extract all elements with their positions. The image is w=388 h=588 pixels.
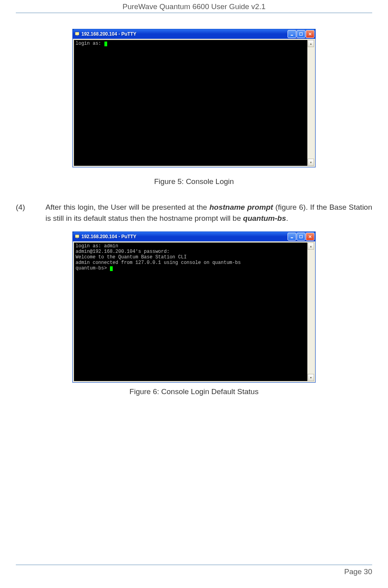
page-header: PureWave Quantum 6600 User Guide v2.1 bbox=[16, 0, 372, 13]
step-text: . bbox=[286, 214, 288, 222]
terminal-line: admin@192.168.200.104's password: bbox=[76, 249, 306, 254]
scroll-up-button[interactable]: ▴ bbox=[308, 243, 314, 250]
terminal-line: Welcome to the Quantum Base Station CLI bbox=[76, 254, 306, 260]
step-text: After this login, the User will be prese… bbox=[45, 203, 209, 211]
titlebar[interactable]: 192.168.200.104 - PuTTY bbox=[73, 232, 315, 241]
svg-rect-7 bbox=[77, 238, 78, 239]
page-footer: Page 30 bbox=[16, 565, 372, 576]
hostname-prompt-term: hostname prompt bbox=[209, 203, 273, 211]
svg-rect-9 bbox=[300, 235, 303, 238]
scroll-up-button[interactable]: ▴ bbox=[308, 40, 314, 47]
quantum-bs-term: quantum-bs bbox=[243, 214, 286, 222]
figure-5-caption: Figure 5: Console Login bbox=[16, 177, 372, 186]
cursor-icon bbox=[104, 42, 107, 46]
figure-5: 192.168.200.104 - PuTTY login as: ▴ ▾ bbox=[16, 29, 372, 167]
page-number: Page 30 bbox=[344, 567, 372, 576]
svg-rect-6 bbox=[75, 235, 79, 238]
scrollbar[interactable]: ▴ ▾ bbox=[307, 243, 314, 381]
window-buttons bbox=[288, 233, 314, 241]
close-button[interactable] bbox=[306, 233, 314, 241]
step-number: (4) bbox=[16, 202, 45, 224]
scroll-track[interactable] bbox=[308, 250, 314, 374]
terminal-frame: login as: admin admin@192.168.200.104's … bbox=[73, 241, 315, 382]
svg-rect-3 bbox=[300, 33, 303, 36]
cursor-icon bbox=[110, 266, 113, 271]
minimize-button[interactable] bbox=[288, 233, 296, 241]
svg-rect-2 bbox=[291, 35, 293, 36]
svg-rect-1 bbox=[77, 35, 78, 36]
scroll-track[interactable] bbox=[308, 47, 314, 159]
putty-icon bbox=[74, 234, 80, 239]
step-4: (4) After this login, the User will be p… bbox=[16, 202, 372, 224]
window-title: 192.168.200.104 - PuTTY bbox=[81, 31, 288, 37]
terminal-area[interactable]: login as: bbox=[74, 40, 307, 166]
putty-icon bbox=[74, 31, 80, 37]
maximize-button[interactable] bbox=[297, 30, 305, 38]
terminal-line: quantum-bs> bbox=[76, 266, 110, 271]
figure-6: 192.168.200.104 - PuTTY login as: admin … bbox=[16, 231, 372, 383]
titlebar[interactable]: 192.168.200.104 - PuTTY bbox=[73, 29, 315, 39]
step-body: After this login, the User will be prese… bbox=[45, 202, 372, 224]
putty-window-2: 192.168.200.104 - PuTTY login as: admin … bbox=[72, 231, 316, 383]
scrollbar[interactable]: ▴ ▾ bbox=[307, 40, 314, 166]
window-buttons bbox=[288, 30, 314, 38]
terminal-area[interactable]: login as: admin admin@192.168.200.104's … bbox=[74, 243, 307, 381]
terminal-line: login as: bbox=[76, 41, 104, 46]
terminal-frame: login as: ▴ ▾ bbox=[73, 39, 315, 167]
figure-6-caption: Figure 6: Console Login Default Status bbox=[16, 387, 372, 396]
document-page: PureWave Quantum 6600 User Guide v2.1 19… bbox=[0, 0, 388, 588]
putty-window-1: 192.168.200.104 - PuTTY login as: ▴ ▾ bbox=[72, 29, 316, 167]
terminal-line: login as: admin bbox=[76, 243, 306, 249]
scroll-down-button[interactable]: ▾ bbox=[308, 159, 314, 166]
minimize-button[interactable] bbox=[288, 30, 296, 38]
terminal-line: admin connected from 127.0.0.1 using con… bbox=[76, 260, 306, 266]
svg-rect-8 bbox=[291, 237, 293, 238]
window-title: 192.168.200.104 - PuTTY bbox=[81, 234, 288, 239]
close-button[interactable] bbox=[306, 30, 314, 38]
svg-rect-0 bbox=[75, 32, 79, 35]
maximize-button[interactable] bbox=[297, 233, 305, 241]
scroll-down-button[interactable]: ▾ bbox=[308, 374, 314, 381]
header-title: PureWave Quantum 6600 User Guide v2.1 bbox=[123, 2, 266, 11]
